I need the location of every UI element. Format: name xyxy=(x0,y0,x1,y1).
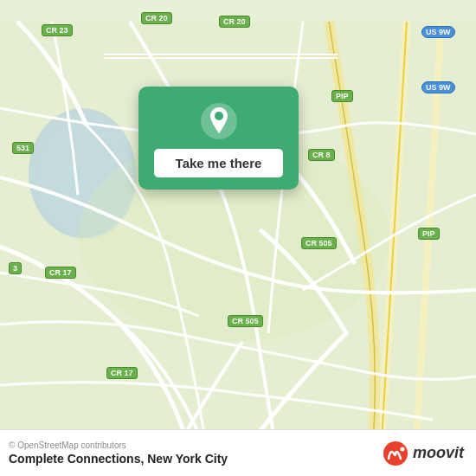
road-badge-us9w-top: US 9W xyxy=(421,26,455,38)
popup-card: Take me there xyxy=(138,87,299,190)
road-badge-cr17-left: CR 17 xyxy=(45,267,76,279)
road-badge-cr505-top: CR 505 xyxy=(301,237,337,249)
road-badge-3: 3 xyxy=(9,262,22,274)
svg-point-12 xyxy=(400,447,404,451)
road-badge-cr20-right: CR 20 xyxy=(219,16,250,28)
road-badge-pip-top: PIP xyxy=(331,90,353,102)
take-me-there-button[interactable]: Take me there xyxy=(154,149,283,177)
moovit-logo: moovit xyxy=(382,440,464,467)
location-info: © OpenStreetMap contributors Complete Co… xyxy=(9,441,228,466)
road-badge-cr17-bot: CR 17 xyxy=(106,367,138,379)
location-name: Complete Connections, New York City xyxy=(9,452,228,466)
road-badge-cr20-left: CR 20 xyxy=(141,12,172,24)
road-badge-us9w-mid: US 9W xyxy=(421,81,455,93)
road-badge-cr23: CR 23 xyxy=(42,24,73,36)
road-badge-cr505-bot: CR 505 xyxy=(228,315,263,327)
copyright-text: © OpenStreetMap contributors xyxy=(9,441,228,450)
road-badge-cr8: CR 8 xyxy=(308,149,335,161)
map-container: CR 23 CR 20 CR 20 US 9W US 9W PIP CR 8 5… xyxy=(0,0,476,476)
location-pin-icon xyxy=(200,102,238,140)
road-badge-pip-bot: PIP xyxy=(418,228,440,240)
moovit-brand-text: moovit xyxy=(413,444,464,462)
road-badge-531: 531 xyxy=(12,142,34,154)
moovit-brand-icon xyxy=(382,440,409,467)
svg-point-10 xyxy=(215,112,223,120)
bottom-bar: © OpenStreetMap contributors Complete Co… xyxy=(0,429,476,476)
map-roads-svg xyxy=(0,0,476,476)
